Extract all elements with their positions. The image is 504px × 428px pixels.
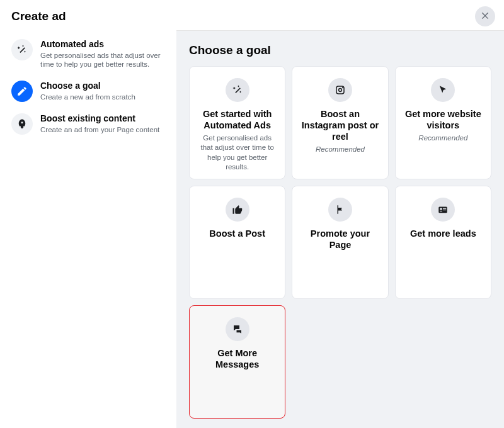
svg-rect-4 — [440, 208, 442, 210]
sidebar-item-choose-goal[interactable]: Choose a goal Create a new ad from scrat… — [6, 76, 170, 107]
wand-icon — [11, 39, 33, 60]
sidebar-item-title: Boost existing content — [40, 113, 159, 125]
goal-cards-grid: Get started with Automated Ads Get perso… — [189, 66, 491, 419]
goal-card-title: Promote your Page — [299, 228, 381, 251]
flag-icon — [328, 198, 352, 222]
goal-card-sub: Recommended — [416, 133, 470, 144]
wand-icon — [226, 78, 249, 102]
close-icon — [480, 10, 490, 23]
goal-card-promote-page[interactable]: Promote your Page — [292, 186, 388, 299]
goal-card-sub: Get personalised ads that adjust over ti… — [196, 133, 278, 172]
close-button[interactable] — [475, 6, 495, 26]
sidebar-item-title: Choose a goal — [40, 81, 135, 92]
create-ad-modal: Create ad Automated ads Get personalised… — [0, 0, 504, 428]
sidebar-item-sub: Create a new ad from scratch — [40, 93, 135, 102]
svg-point-2 — [342, 87, 343, 88]
sidebar-item-sub: Get personalised ads that adjust over ti… — [40, 51, 165, 70]
main-panel: Choose a goal Get started with Automated… — [176, 30, 504, 428]
goal-card-website-visitors[interactable]: Get more website visitors Recommended — [395, 66, 491, 179]
svg-rect-7 — [440, 211, 442, 211]
goal-card-title: Get more website visitors — [402, 108, 484, 131]
goal-card-title: Boost a Post — [209, 228, 265, 239]
chat-icon — [226, 317, 249, 341]
thumbs-up-icon — [226, 198, 249, 222]
goal-card-title: Get more leads — [410, 228, 476, 239]
modal-title: Create ad — [11, 9, 66, 23]
cursor-icon — [431, 78, 455, 102]
goal-card-title: Boost an Instagram post or reel — [299, 108, 381, 142]
goal-card-sub: Recommended — [313, 145, 367, 155]
goal-card-title: Get started with Automated Ads — [196, 108, 278, 131]
goal-card-title: Get More Messages — [196, 347, 278, 370]
main-heading: Choose a goal — [189, 43, 491, 57]
instagram-icon — [328, 78, 352, 102]
id-card-icon — [431, 198, 455, 222]
sidebar-item-title: Automated ads — [40, 39, 165, 50]
sidebar: Automated ads Get personalised ads that … — [0, 30, 176, 428]
svg-point-1 — [339, 89, 342, 92]
rocket-icon — [11, 113, 33, 135]
svg-rect-5 — [443, 208, 446, 209]
goal-card-get-messages[interactable]: Get More Messages — [189, 305, 285, 419]
sidebar-item-boost-existing[interactable]: Boost existing content Create an ad from… — [6, 108, 170, 140]
goal-card-automated-ads[interactable]: Get started with Automated Ads Get perso… — [189, 66, 285, 179]
modal-header: Create ad — [0, 0, 504, 30]
goal-card-boost-instagram[interactable]: Boost an Instagram post or reel Recommen… — [292, 66, 388, 179]
goal-card-boost-post[interactable]: Boost a Post — [189, 186, 285, 299]
goal-card-get-leads[interactable]: Get more leads — [395, 186, 491, 299]
edit-icon — [11, 81, 33, 102]
sidebar-item-automated-ads[interactable]: Automated ads Get personalised ads that … — [6, 34, 170, 74]
sidebar-item-sub: Create an ad from your Page content — [40, 125, 159, 135]
svg-rect-6 — [443, 210, 446, 210]
modal-body: Automated ads Get personalised ads that … — [0, 30, 504, 428]
